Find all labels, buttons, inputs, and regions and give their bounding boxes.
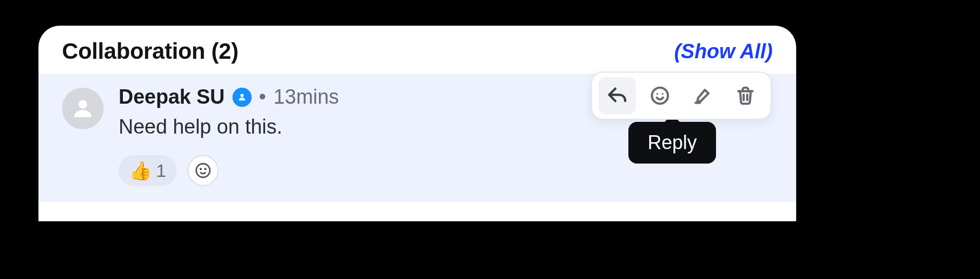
comment-action-toolbar: [591, 72, 772, 120]
svg-point-2: [196, 164, 210, 178]
reaction-thumbs-up[interactable]: 👍 1: [119, 155, 177, 186]
svg-point-3: [200, 169, 201, 170]
svg-point-7: [662, 93, 663, 95]
reaction-count: 1: [156, 160, 166, 181]
thumbs-up-icon: 👍: [129, 161, 152, 180]
show-all-link[interactable]: (Show All): [674, 40, 773, 63]
comment-time: 13mins: [274, 86, 339, 108]
edit-button[interactable]: [684, 77, 721, 114]
collaboration-card: Collaboration (2) (Show All) Deepak SU: [38, 26, 796, 221]
smiley-icon: [649, 85, 671, 106]
person-icon: [71, 96, 95, 121]
card-header: Collaboration (2) (Show All): [38, 26, 796, 74]
reply-button[interactable]: [598, 77, 636, 114]
svg-point-1: [240, 94, 243, 97]
user-badge-icon: [232, 88, 252, 107]
section-title: Collaboration (2): [62, 38, 238, 64]
svg-point-4: [205, 169, 206, 170]
add-reaction-button[interactable]: [188, 155, 219, 186]
reply-tooltip: Reply: [628, 122, 716, 164]
svg-point-6: [656, 93, 658, 95]
author-name: Deepak SU: [119, 86, 225, 108]
meta-separator: •: [259, 86, 266, 108]
avatar: [62, 88, 104, 129]
pencil-icon: [692, 85, 713, 106]
delete-button[interactable]: [727, 77, 764, 114]
reply-icon: [606, 85, 628, 106]
card-footer: [38, 202, 796, 221]
react-button[interactable]: [641, 77, 679, 114]
smiley-icon: [194, 161, 212, 180]
svg-point-5: [652, 88, 668, 104]
svg-point-0: [79, 100, 87, 108]
trash-icon: [735, 85, 756, 106]
